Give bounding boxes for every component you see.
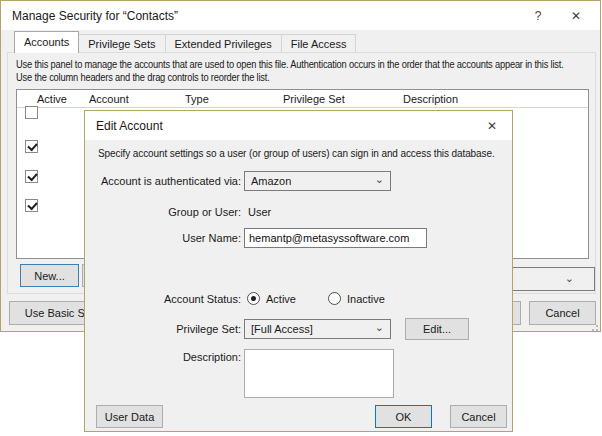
column-header-privilege-set[interactable]: Privilege Set (283, 93, 345, 105)
column-header-account[interactable]: Account (89, 93, 129, 105)
cancel-button[interactable]: Cancel (450, 405, 507, 428)
privilege-set-label: Privilege Set: (85, 323, 241, 335)
status-active-radio[interactable] (247, 292, 260, 305)
group-or-user-label: Group or User: (85, 206, 241, 218)
header-separator (17, 107, 588, 108)
chevron-down-icon: ⌄ (375, 173, 384, 186)
edit-dialog-title: Edit Account (96, 119, 163, 133)
auth-method-value: Amazon (251, 175, 291, 187)
new-account-button[interactable]: New... (20, 264, 79, 287)
resize-grip[interactable] (589, 322, 598, 331)
active-checkbox-row3[interactable] (25, 170, 38, 183)
active-checkbox-row4[interactable] (25, 199, 38, 212)
edit-dialog-intro: Specify account settings so a user (or g… (98, 148, 495, 159)
active-checkbox-guest[interactable] (25, 106, 38, 119)
edit-account-titlebar: Edit Account ✕ (85, 111, 512, 140)
privilege-set-value: [Full Access] (251, 323, 313, 335)
manage-security-titlebar: Manage Security for “Contacts” ? ✕ (1, 1, 600, 30)
status-inactive-label: Inactive (347, 293, 385, 305)
chevron-down-icon: ⌄ (565, 272, 574, 285)
tab-extended-privileges[interactable]: Extended Privileges (165, 34, 282, 53)
active-checkbox-row2[interactable] (25, 140, 38, 153)
column-header-description[interactable]: Description (403, 93, 458, 105)
status-inactive-radio[interactable] (328, 292, 341, 305)
ok-button[interactable]: OK (375, 405, 432, 428)
description-label: Description: (85, 351, 241, 363)
user-name-input[interactable] (244, 228, 427, 248)
account-status-label: Account Status: (85, 293, 241, 305)
instructions-line-2: Use the column headers and the drag cont… (16, 71, 564, 84)
help-icon[interactable]: ? (530, 8, 546, 24)
privilege-set-dropdown[interactable]: [Full Access] ⌄ (244, 319, 391, 339)
description-textarea[interactable] (244, 349, 394, 398)
user-name-label: User Name: (85, 232, 241, 244)
chevron-down-icon: ⌄ (375, 321, 384, 334)
edit-account-dialog: Edit Account ✕ Specify account settings … (84, 110, 513, 432)
auth-method-label: Account is authenticated via: (85, 175, 241, 187)
group-or-user-value: User (248, 206, 271, 218)
close-icon[interactable]: ✕ (484, 118, 500, 134)
close-icon[interactable]: ✕ (568, 8, 584, 24)
column-header-active[interactable]: Active (37, 93, 67, 105)
security-tabs: Accounts Privilege Sets Extended Privile… (14, 31, 356, 53)
auth-method-dropdown[interactable]: Amazon ⌄ (244, 171, 391, 191)
tab-file-access[interactable]: File Access (281, 34, 357, 53)
tab-accounts[interactable]: Accounts (14, 31, 79, 53)
instructions-line-1: Use this panel to manage the accounts th… (16, 58, 564, 71)
edit-privilege-set-button[interactable]: Edit... (405, 318, 469, 340)
panel-instructions: Use this panel to manage the accounts th… (16, 58, 564, 84)
status-active-label: Active (266, 293, 296, 305)
window-title: Manage Security for “Contacts” (12, 9, 178, 23)
column-header-type[interactable]: Type (185, 93, 209, 105)
cancel-button[interactable]: Cancel (529, 301, 596, 325)
user-data-button[interactable]: User Data (96, 405, 163, 428)
tab-privilege-sets[interactable]: Privilege Sets (78, 34, 165, 53)
